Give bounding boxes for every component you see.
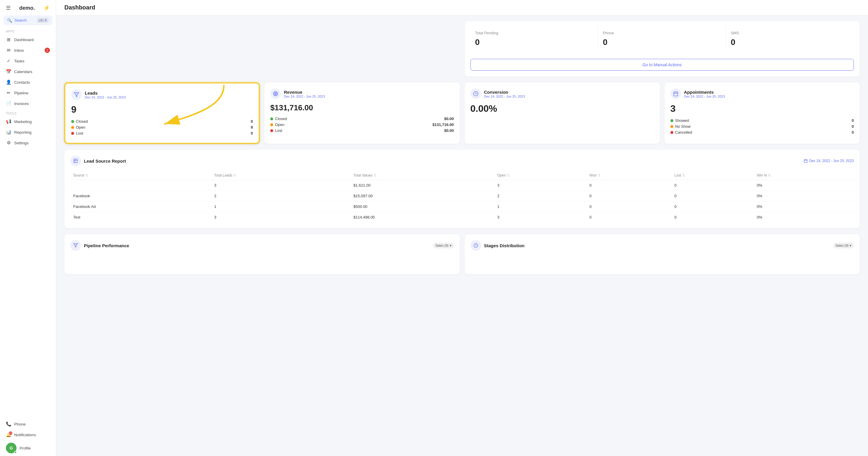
- pipeline-sales-dropdown[interactable]: Sales (9) ▾: [433, 243, 454, 248]
- r-open-dot: [270, 123, 273, 126]
- leads-stat-lost: Lost 0: [71, 131, 253, 136]
- noshow-label: No Show: [675, 124, 691, 129]
- appt-stat-noshow: No Show 0: [671, 124, 854, 129]
- cell-open: 3: [494, 180, 587, 191]
- sidebar-item-profile[interactable]: G Profile: [0, 440, 56, 456]
- col-open: Open ⇅: [494, 171, 587, 180]
- cell-won: 0: [587, 212, 672, 223]
- sidebar-item-dashboard[interactable]: ⊞ Dashboard: [0, 34, 56, 45]
- sidebar-item-settings[interactable]: ⚙ Settings: [0, 138, 56, 148]
- search-bar[interactable]: 🔍 Search ctrl K: [4, 16, 52, 25]
- cell-total-leads: 1: [211, 201, 350, 212]
- appt-stat-showed: Showed 0: [671, 118, 854, 123]
- sidebar-item-invoices[interactable]: 📄 Invoices: [0, 98, 56, 109]
- svg-point-2: [274, 92, 277, 95]
- conversion-card-title: Conversion: [484, 90, 525, 95]
- logo-text: demo.: [19, 5, 35, 11]
- total-pending-cell: Total Pending 0: [470, 27, 598, 51]
- r-closed-value: $0.00: [444, 116, 454, 121]
- svg-point-3: [275, 93, 276, 94]
- phone-pending-value: 0: [603, 37, 721, 47]
- revenue-card-title: Revenue: [284, 90, 325, 95]
- leads-stat-closed: Closed 0: [71, 119, 253, 123]
- cell-won: 0: [587, 201, 672, 212]
- svg-rect-10: [74, 159, 78, 163]
- stages-distribution-title-text: Stages Distribution: [484, 243, 525, 248]
- col-lost: Lost ⇅: [672, 171, 754, 180]
- sidebar-item-tasks[interactable]: ✓ Tasks: [0, 56, 56, 66]
- sidebar-item-calendars[interactable]: 📅 Calendars: [0, 66, 56, 77]
- inbox-badge: 2: [44, 48, 50, 53]
- cancelled-value: 0: [852, 130, 854, 135]
- sidebar-item-reporting[interactable]: 📊 Reporting: [0, 127, 56, 138]
- sidebar-item-phone[interactable]: 📞 Phone: [0, 419, 56, 429]
- conversion-total: 0.00%: [470, 103, 654, 114]
- r-open-value: $131,716.00: [432, 122, 454, 127]
- r-lost-value: $0.00: [444, 129, 454, 133]
- revenue-card: Revenue Dec 24, 2022 - Jun 25, 2023 $131…: [264, 83, 460, 144]
- sidebar-item-notifications[interactable]: 🔔 10 Notifications: [0, 429, 56, 440]
- sidebar-item-marketing[interactable]: 📢 Marketing: [0, 116, 56, 127]
- open-value: 9: [251, 125, 253, 130]
- showed-value: 0: [852, 118, 854, 123]
- sidebar-item-label: Dashboard: [14, 37, 34, 42]
- page-title: Dashboard: [64, 4, 95, 11]
- col-total-values: Total Values ⇅: [350, 171, 494, 180]
- appt-stat-cancelled: Cancelled 0: [671, 130, 854, 135]
- r-open-label: Open: [275, 122, 284, 127]
- pipeline-sales-label: Sales (9): [435, 244, 448, 247]
- topbar: Dashboard: [56, 0, 868, 16]
- conversion-icon: [470, 88, 481, 99]
- appointments-total: 3: [671, 103, 854, 114]
- apps-section-label: Apps: [0, 27, 56, 34]
- open-label: Open: [76, 125, 85, 130]
- cell-source: Facebook Ad: [70, 201, 211, 212]
- sms-pending-cell: SMS 0: [726, 27, 854, 51]
- sidebar-item-contacts[interactable]: 👤 Contacts: [0, 77, 56, 88]
- svg-marker-0: [74, 92, 79, 97]
- cancelled-dot: [671, 131, 673, 134]
- cell-lost: 0: [672, 212, 754, 223]
- cell-open: 3: [494, 212, 587, 223]
- avatar-wrapper: G: [6, 443, 17, 453]
- manual-actions-button[interactable]: Go to Manual Actions: [470, 59, 854, 71]
- stages-sales-dropdown[interactable]: Sales (9) ▾: [833, 243, 854, 248]
- cell-total-values: $500.00: [350, 201, 494, 212]
- conversion-card-date: Dec 24, 2022 - Jun 25, 2023: [484, 95, 525, 98]
- pending-card: Total Pending 0 Phone 0 SMS 0 Go to Manu…: [465, 21, 860, 77]
- total-pending-value: 0: [475, 37, 593, 47]
- leads-card-date: Dec 24, 2022 - Jun 25, 2023: [85, 95, 126, 99]
- closed-value: 0: [251, 119, 253, 123]
- svg-rect-5: [674, 92, 678, 96]
- chevron-down-icon-2: ▾: [850, 244, 851, 248]
- search-shortcut: ctrl K: [37, 18, 49, 23]
- leads-stat-open: Open 9: [71, 125, 253, 130]
- stages-distribution-card: Stages Distribution Sales (9) ▾: [465, 234, 860, 275]
- cell-win-pct: 0%: [754, 191, 854, 201]
- sidebar-item-label: Calendars: [14, 69, 32, 74]
- showed-dot: [671, 119, 673, 122]
- leads-card: Leads Dec 24, 2022 - Jun 25, 2023 9 Clos…: [64, 83, 259, 144]
- lead-source-icon: [70, 155, 81, 166]
- cell-won: 0: [587, 191, 672, 201]
- hamburger-icon[interactable]: ☰: [6, 5, 11, 11]
- invoices-icon: 📄: [6, 101, 11, 106]
- lost-value: 0: [251, 131, 253, 136]
- appointments-icon: [671, 88, 681, 99]
- revenue-stat-closed: Closed $0.00: [270, 116, 454, 121]
- cell-lost: 0: [672, 191, 754, 201]
- closed-label: Closed: [76, 119, 88, 123]
- pipeline-icon: ✏: [6, 90, 11, 95]
- col-win-pct: Win % ⇅: [754, 171, 854, 180]
- pipeline-performance-header: Pipeline Performance Sales (9) ▾: [70, 240, 454, 251]
- sidebar-item-inbox[interactable]: ✉ Inbox 2: [0, 45, 56, 56]
- cell-total-leads: 3: [211, 212, 350, 223]
- appointments-card-date: Dec 24, 2022 - Jun 25, 2023: [684, 95, 725, 98]
- cell-lost: 0: [672, 201, 754, 212]
- sidebar-item-pipeline[interactable]: ✏ Pipeline: [0, 88, 56, 98]
- table-row: Test 3 $114,498.00 3 0 0 0%: [70, 212, 854, 223]
- cell-source: Facebook: [70, 191, 211, 201]
- bolt-icon[interactable]: ⚡: [43, 5, 50, 11]
- cancelled-label: Cancelled: [675, 130, 692, 135]
- noshow-dot: [671, 125, 673, 128]
